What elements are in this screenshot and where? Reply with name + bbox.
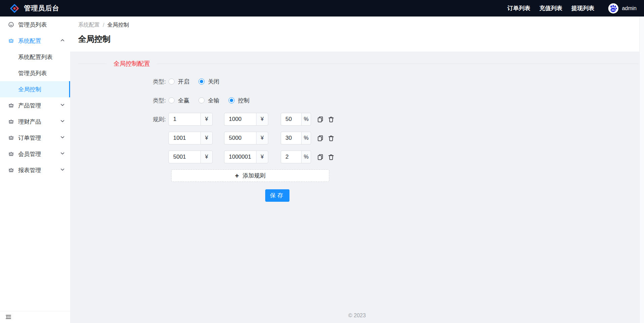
radio-option-all-win[interactable]: 全赢	[168, 97, 189, 104]
sidebar-item-admin-list[interactable]: 管理员列表	[0, 17, 70, 33]
percent-addon: %	[301, 113, 311, 126]
layout: 管理员列表 系统配置 系统配置列表 管理员列表 全局控制	[0, 17, 644, 323]
rule-max-group: ¥	[224, 132, 268, 144]
radio-option-all-lose[interactable]: 全输	[198, 97, 219, 104]
scrollbar-track[interactable]	[639, 17, 644, 323]
rule-percent-group: %	[281, 132, 311, 144]
trash-icon	[328, 135, 335, 142]
rule-percent-group: %	[281, 113, 311, 126]
sidebar-item-system-config[interactable]: 系统配置	[0, 33, 70, 49]
nav-item-recharge-list[interactable]: 充值列表	[539, 4, 562, 12]
rule-min-input[interactable]	[168, 113, 201, 126]
brand[interactable]: 管理员后台	[9, 3, 59, 13]
sidebar-item-label: 管理员列表	[18, 21, 65, 29]
radio-checked-icon	[198, 78, 205, 85]
radio-icon	[168, 78, 175, 85]
chevron-down-icon	[60, 102, 65, 109]
rule-min-input[interactable]	[168, 132, 201, 144]
rule-percent-input[interactable]	[281, 151, 301, 163]
submenu-item-admin-list[interactable]: 管理员列表	[0, 65, 70, 81]
radio-icon	[168, 97, 175, 103]
save-button[interactable]: 保存	[265, 189, 289, 202]
crown-icon	[8, 38, 14, 44]
radio-option-control[interactable]: 控制	[228, 97, 249, 104]
rule-row: ¥ ¥ %	[78, 151, 639, 163]
delete-rule-button[interactable]	[328, 154, 335, 161]
content: 全局控制配置 类型: 开启 关闭 类型:	[70, 52, 644, 323]
radio-option-close[interactable]: 关闭	[198, 78, 219, 86]
section-title: 全局控制配置	[107, 60, 157, 68]
submenu-item-system-config-list[interactable]: 系统配置列表	[0, 49, 70, 65]
sidebar-item-order-management[interactable]: 订单管理	[0, 130, 70, 146]
trash-icon	[328, 154, 335, 161]
nav-item-order-list[interactable]: 订单列表	[507, 4, 530, 12]
delete-rule-button[interactable]	[328, 135, 335, 142]
delete-rule-button[interactable]	[328, 116, 335, 123]
copy-rule-button[interactable]	[317, 116, 324, 123]
rule-row: ¥ ¥ %	[78, 132, 639, 144]
sidebar-footer	[0, 311, 70, 323]
breadcrumb-parent[interactable]: 系统配置	[78, 22, 100, 29]
rule-min-input[interactable]	[168, 151, 201, 163]
avatar: du	[608, 3, 618, 13]
sidebar-item-label: 会员管理	[18, 150, 60, 158]
radio-option-open[interactable]: 开启	[168, 78, 189, 86]
main-area: 系统配置 / 全局控制 全局控制 全局控制配置 类型: 开启	[70, 17, 644, 323]
switch-radio-group: 开启 关闭	[168, 78, 219, 86]
form-label: 类型:	[78, 97, 168, 104]
rule-max-group: ¥	[224, 151, 268, 163]
trash-icon	[328, 116, 335, 123]
form-label: 规则:	[78, 116, 168, 123]
rule-percent-group: %	[281, 151, 311, 163]
radio-checked-icon	[228, 97, 235, 103]
submenu-item-label: 管理员列表	[18, 69, 47, 77]
sidebar-item-product-management[interactable]: 产品管理	[0, 97, 70, 114]
rule-max-input[interactable]	[224, 151, 256, 163]
topbar: 管理员后台 订单列表 充值列表 提现列表 du admin	[0, 0, 644, 17]
rule-min-group: ¥	[168, 113, 213, 126]
copy-rule-button[interactable]	[317, 154, 324, 161]
crown-icon	[8, 167, 14, 173]
chevron-down-icon	[60, 167, 65, 173]
currency-addon: ¥	[201, 132, 213, 144]
sidebar-item-member-management[interactable]: 会员管理	[0, 146, 70, 162]
user-menu[interactable]: du admin	[608, 3, 637, 13]
sidebar-item-finance-products[interactable]: 理财产品	[0, 114, 70, 130]
sidebar-item-label: 系统配置	[18, 37, 60, 45]
rule-max-input[interactable]	[224, 132, 256, 144]
sidebar: 管理员列表 系统配置 系统配置列表 管理员列表 全局控制	[0, 17, 70, 323]
crown-icon	[8, 102, 14, 108]
switch-type-row: 类型: 开启 关闭	[78, 75, 639, 88]
rule-percent-input[interactable]	[281, 132, 301, 144]
rule-percent-input[interactable]	[281, 113, 301, 126]
topbar-nav: 订单列表 充值列表 提现列表	[507, 4, 594, 12]
rule-max-input[interactable]	[224, 113, 256, 126]
chevron-down-icon	[60, 151, 65, 157]
app-title: 管理员后台	[24, 4, 59, 13]
crown-icon	[8, 151, 14, 157]
sidebar-item-label: 订单管理	[18, 134, 60, 142]
add-rule-button[interactable]: + 添加规则	[171, 169, 329, 182]
diamond-logo-icon	[9, 3, 20, 13]
rule-row: 规则: ¥ ¥ %	[78, 113, 639, 126]
radio-label: 开启	[178, 78, 189, 86]
add-rule-row: + 添加规则	[171, 169, 639, 182]
plus-icon: +	[235, 172, 239, 179]
submenu-item-label: 全局控制	[18, 86, 41, 93]
submenu-item-label: 系统配置列表	[18, 53, 53, 61]
currency-addon: ¥	[256, 132, 268, 144]
sidebar-item-report-management[interactable]: 报表管理	[0, 162, 70, 178]
submenu-item-global-control[interactable]: 全局控制	[0, 81, 70, 97]
currency-addon: ¥	[201, 151, 213, 163]
radio-label: 关闭	[208, 78, 219, 86]
nav-item-withdraw-list[interactable]: 提现列表	[571, 4, 594, 12]
menu-fold-icon	[5, 314, 12, 320]
percent-addon: %	[301, 132, 311, 144]
sidebar-item-label: 产品管理	[18, 102, 60, 109]
crown-icon	[8, 135, 14, 141]
add-rule-label: 添加规则	[243, 172, 266, 180]
copy-rule-button[interactable]	[317, 135, 324, 142]
radio-label: 全输	[208, 97, 219, 104]
breadcrumb: 系统配置 / 全局控制	[78, 22, 636, 29]
sidebar-collapse-trigger[interactable]	[5, 314, 12, 321]
